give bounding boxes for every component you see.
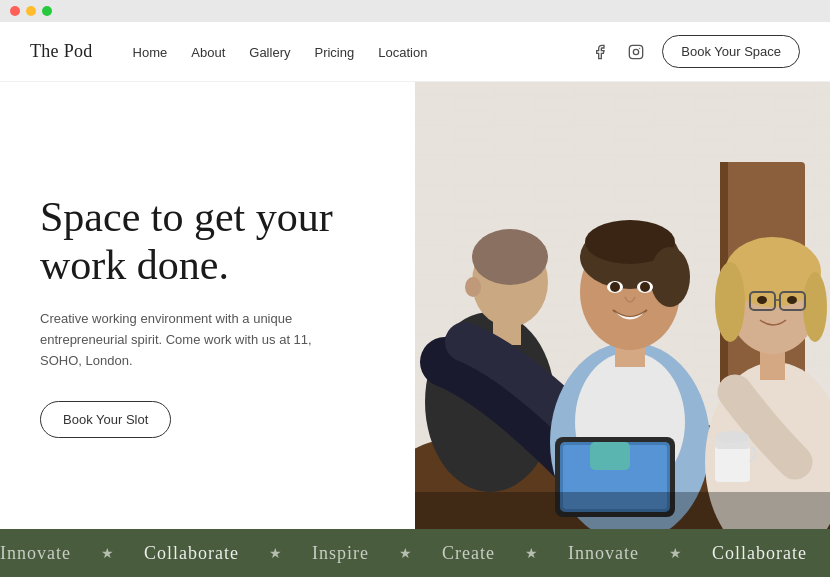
ticker-bar: Innovate ★ Collaborate ★ Inspire ★ Creat… <box>0 529 830 577</box>
ticker-star-4: ★ <box>525 545 538 562</box>
svg-point-22 <box>610 282 620 292</box>
site-logo: The Pod <box>30 41 93 62</box>
ticker-item-5: Innovate <box>568 543 639 564</box>
navbar-left: The Pod Home About Gallery Pricing Locat… <box>30 41 427 62</box>
ticker-star-2: ★ <box>269 545 282 562</box>
nav-item-gallery[interactable]: Gallery <box>249 43 290 61</box>
ticker-item-4: Create <box>442 543 495 564</box>
hero-title: Space to get your work done. <box>40 193 385 290</box>
nav-link-about[interactable]: About <box>191 45 225 60</box>
svg-rect-26 <box>760 352 785 380</box>
nav-link-location[interactable]: Location <box>378 45 427 60</box>
nav-links: Home About Gallery Pricing Location <box>133 43 428 61</box>
svg-point-29 <box>715 262 745 342</box>
main-content: Space to get your work done. Creative wo… <box>0 82 830 529</box>
svg-point-24 <box>640 282 650 292</box>
svg-point-41 <box>715 431 749 443</box>
nav-link-home[interactable]: Home <box>133 45 168 60</box>
hero-subtitle: Creative working environment with a uniq… <box>40 309 320 371</box>
ticker-item-1: Innovate <box>0 543 71 564</box>
svg-point-2 <box>639 47 640 48</box>
hero-image <box>415 82 830 529</box>
facebook-icon[interactable] <box>590 42 610 62</box>
navbar-right: Book Your Space <box>590 35 800 68</box>
svg-point-35 <box>787 296 797 304</box>
book-slot-button[interactable]: Book Your Slot <box>40 401 171 438</box>
ticker-item-3: Inspire <box>312 543 369 564</box>
ticker-star-3: ★ <box>399 545 412 562</box>
svg-point-20 <box>650 247 690 307</box>
titlebar <box>0 0 830 22</box>
ticker-content: Innovate ★ Collaborate ★ Inspire ★ Creat… <box>0 543 830 564</box>
hero-right <box>415 82 830 529</box>
ticker-item-2: Collaborate <box>144 543 239 564</box>
nav-link-gallery[interactable]: Gallery <box>249 45 290 60</box>
nav-item-location[interactable]: Location <box>378 43 427 61</box>
hero-left: Space to get your work done. Creative wo… <box>0 82 415 529</box>
ticker-star-1: ★ <box>101 545 114 562</box>
svg-rect-0 <box>630 45 643 58</box>
ticker-item-6: Collaborate <box>712 543 807 564</box>
svg-point-30 <box>803 272 827 342</box>
svg-rect-43 <box>415 492 830 529</box>
nav-item-pricing[interactable]: Pricing <box>314 43 354 61</box>
nav-item-home[interactable]: Home <box>133 43 168 61</box>
maximize-dot[interactable] <box>42 6 52 16</box>
close-dot[interactable] <box>10 6 20 16</box>
svg-rect-42 <box>590 442 630 470</box>
navbar: The Pod Home About Gallery Pricing Locat… <box>0 22 830 82</box>
nav-link-pricing[interactable]: Pricing <box>314 45 354 60</box>
instagram-icon[interactable] <box>626 42 646 62</box>
svg-point-34 <box>757 296 767 304</box>
minimize-dot[interactable] <box>26 6 36 16</box>
svg-point-11 <box>472 229 548 285</box>
nav-item-about[interactable]: About <box>191 43 225 61</box>
svg-point-12 <box>465 277 481 297</box>
ticker-star-5: ★ <box>669 545 682 562</box>
book-space-button[interactable]: Book Your Space <box>662 35 800 68</box>
svg-point-1 <box>634 49 639 54</box>
